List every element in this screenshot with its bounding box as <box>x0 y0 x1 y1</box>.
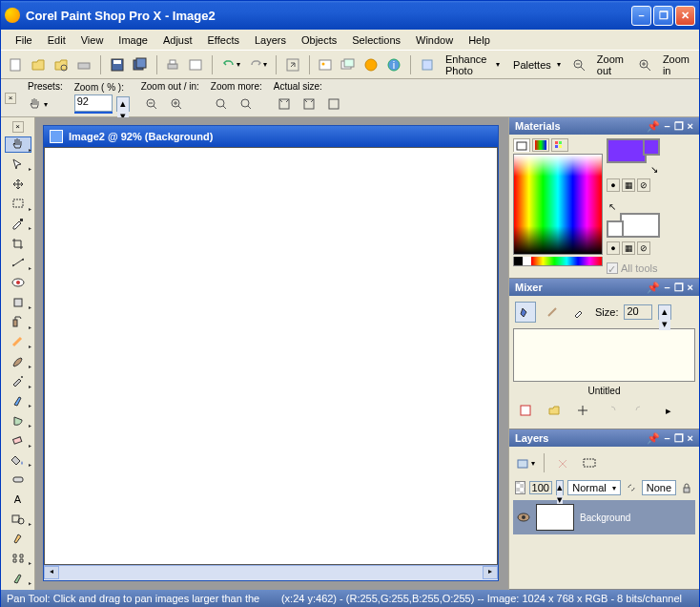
mixer-header[interactable]: Mixer 📌 – ❐ × <box>509 279 699 296</box>
shape-tool[interactable]: ▸ <box>5 511 31 527</box>
mixer-dropper-tool[interactable] <box>568 302 589 323</box>
zoom-out-button[interactable]: Zoom out <box>593 53 630 76</box>
makeover-tool[interactable]: ▸ <box>5 294 31 310</box>
bg-style-solid-icon[interactable]: ● <box>607 241 620 255</box>
clone-tool[interactable]: ▸ <box>5 314 31 330</box>
layer-item[interactable]: Background <box>513 500 695 534</box>
picture-tube-tool[interactable] <box>5 471 31 488</box>
dropper-tool[interactable]: ▸ <box>5 216 31 232</box>
open-button[interactable] <box>30 54 47 75</box>
panel-max-icon[interactable]: ❐ <box>674 282 684 294</box>
panel-pin-icon[interactable]: 📌 <box>647 120 660 133</box>
panel-pin-icon[interactable]: 📌 <box>647 432 660 445</box>
style-solid-icon[interactable]: ● <box>607 178 620 192</box>
launch-button[interactable] <box>362 54 380 75</box>
horizontal-scrollbar[interactable]: ◂ ▸ <box>44 565 498 580</box>
panel-min-icon[interactable]: – <box>664 432 669 445</box>
menu-view[interactable]: View <box>74 32 111 48</box>
document-titlebar[interactable]: Image2 @ 92% (Background) <box>44 126 498 147</box>
quick-review-button[interactable] <box>340 54 357 75</box>
zoom-spinner[interactable]: ▴▾ <box>116 96 130 112</box>
pick-tool[interactable]: ▸ <box>5 157 31 173</box>
zoom-in-button[interactable]: Zoom in <box>659 53 693 76</box>
selection-tool[interactable]: ▸ <box>5 196 31 212</box>
crop-tool[interactable] <box>5 235 31 251</box>
zoom-out-icon[interactable] <box>570 54 587 75</box>
panel-close-icon[interactable]: × <box>688 282 693 294</box>
materials-header[interactable]: Materials 📌 – ❐ × <box>509 117 699 135</box>
pen-tool[interactable] <box>5 531 31 547</box>
swap-arrow-icon[interactable]: ↖ <box>608 201 616 212</box>
text-tool[interactable]: A <box>5 492 31 508</box>
warp-tool[interactable]: ▸ <box>5 551 31 567</box>
resize-button[interactable] <box>284 54 301 75</box>
oil-brush-tool[interactable]: ▸ <box>5 570 31 586</box>
menu-file[interactable]: File <box>9 32 39 48</box>
help-button[interactable]: i <box>385 54 402 75</box>
enhance-icon[interactable] <box>419 54 436 75</box>
mixer-tube-tool[interactable] <box>515 302 536 323</box>
browse-button[interactable] <box>52 54 70 75</box>
layer-thumbnail[interactable] <box>536 504 574 531</box>
mixer-open-button[interactable] <box>544 400 565 421</box>
scroll-left-button[interactable]: ◂ <box>44 566 59 579</box>
scroll-track[interactable] <box>59 566 483 580</box>
panel-close-icon[interactable]: × <box>688 432 693 445</box>
menu-adjust[interactable]: Adjust <box>156 32 199 48</box>
panel-close-icon[interactable]: × <box>688 120 693 133</box>
bg-style-texture-icon[interactable]: ▦ <box>622 241 635 255</box>
background-mini-swatch[interactable] <box>607 220 624 238</box>
style-texture-icon[interactable]: ▦ <box>622 178 635 192</box>
save-multi-button[interactable] <box>132 54 149 75</box>
enhance-photo-button[interactable]: Enhance Photo▾ <box>442 53 504 76</box>
menu-effects[interactable]: Effects <box>201 32 246 48</box>
print-button[interactable] <box>164 54 181 75</box>
panel-max-icon[interactable]: ❐ <box>674 432 684 445</box>
mixer-unmix-button[interactable] <box>601 400 622 421</box>
zoom-out-step-button[interactable] <box>141 94 162 115</box>
save-button[interactable] <box>109 54 126 75</box>
visibility-icon[interactable] <box>517 513 530 522</box>
undo-button[interactable]: ▾ <box>220 54 241 75</box>
redeye-tool[interactable] <box>5 275 31 291</box>
new-button[interactable] <box>7 54 24 75</box>
zoom-out-more-button[interactable] <box>211 94 232 115</box>
menu-layers[interactable]: Layers <box>248 32 293 48</box>
palettes-button[interactable]: Palettes▾ <box>509 59 565 71</box>
paintbrush-tool[interactable]: ▸ <box>5 353 31 369</box>
color-picker[interactable] <box>513 154 603 255</box>
opacity-spinner[interactable]: ▴▾ <box>556 480 564 495</box>
zoom-in-icon[interactable] <box>636 54 653 75</box>
swatches-tab[interactable] <box>551 138 568 152</box>
actual-pixels-button[interactable] <box>323 94 344 115</box>
link-select[interactable]: None <box>642 480 676 495</box>
delete-layer-button[interactable] <box>552 452 573 473</box>
panel-pin-icon[interactable]: 📌 <box>647 282 660 294</box>
blend-mode-select[interactable]: Normal▾ <box>567 480 620 495</box>
panel-min-icon[interactable]: – <box>664 120 669 133</box>
maximize-button[interactable]: ❐ <box>653 6 673 26</box>
mixer-canvas[interactable] <box>513 328 695 382</box>
redo-button[interactable]: ▾ <box>247 54 268 75</box>
smudge-tool[interactable]: ▸ <box>5 412 31 429</box>
zoom-input[interactable]: 92 <box>74 94 113 112</box>
move-tool[interactable] <box>5 176 31 192</box>
flood-fill-tool[interactable]: ▸ <box>5 452 31 469</box>
style-none-icon[interactable]: ⊘ <box>637 178 650 192</box>
twain-button[interactable] <box>75 54 93 75</box>
edit-selection-button[interactable] <box>579 452 600 473</box>
mixer-size-spinner[interactable]: ▴▾ <box>658 304 671 320</box>
zoom-in-more-button[interactable] <box>236 94 257 115</box>
menu-edit[interactable]: Edit <box>41 32 72 48</box>
swap-colors-icon[interactable]: ↘ <box>650 164 658 175</box>
panel-min-icon[interactable]: – <box>664 282 669 294</box>
print-layout-button[interactable] <box>187 54 204 75</box>
mixer-remix-button[interactable] <box>629 400 650 421</box>
straighten-tool[interactable]: ▸ <box>5 255 31 271</box>
scratch-tool[interactable]: ▸ <box>5 334 31 350</box>
mixer-new-button[interactable] <box>515 400 536 421</box>
bg-style-none-icon[interactable]: ⊘ <box>637 241 650 255</box>
foreground-mini-swatch[interactable] <box>643 138 660 156</box>
photo-button[interactable] <box>317 54 334 75</box>
preset-hand-button[interactable]: ▾ <box>28 94 49 115</box>
